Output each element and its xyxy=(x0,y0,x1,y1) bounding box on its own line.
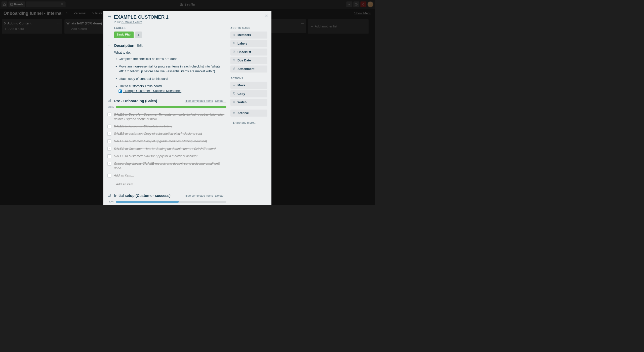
svg-rect-17 xyxy=(108,194,110,196)
checkbox[interactable]: ✓ xyxy=(107,113,111,116)
labels-button[interactable]: Labels xyxy=(230,40,267,47)
checkbox[interactable]: ✓ xyxy=(107,124,111,128)
description-heading: Description xyxy=(114,43,134,48)
attachment-button[interactable]: Attachment xyxy=(230,65,267,73)
share-link[interactable]: Share and more… xyxy=(230,121,267,124)
watch-button[interactable]: Watch xyxy=(230,99,267,106)
checklist-icon xyxy=(232,50,236,54)
checklist-title[interactable]: Initial setup (Customer success) xyxy=(114,194,171,198)
checklist-item[interactable]: ✓SALES to Customer: How to: Setting up d… xyxy=(107,145,226,153)
add-checklist-item-input[interactable]: Add an item… xyxy=(114,182,226,186)
checklist-item[interactable]: ✓SALES to Accounts: CC details for billi… xyxy=(107,123,226,130)
close-icon xyxy=(264,14,268,18)
progress-percent: 57% xyxy=(107,200,113,203)
checklist-item[interactable]: ✓SALES to customer: Copy of upgrade modu… xyxy=(107,138,226,145)
label-icon xyxy=(232,42,236,45)
delete-checklist-link[interactable]: Delete… xyxy=(215,194,226,197)
in-list-link[interactable]: 2. Make it yours xyxy=(122,20,142,24)
svg-point-23 xyxy=(234,102,234,102)
edit-description-link[interactable]: Edit xyxy=(137,44,142,47)
desc-bullet: attach copy of contract to this card xyxy=(118,76,226,81)
due-date-button[interactable]: Due Date xyxy=(230,57,267,64)
checkbox[interactable]: ✓ xyxy=(107,147,111,151)
copy-icon xyxy=(232,92,236,95)
archive-icon xyxy=(232,111,236,115)
add-label-button[interactable]: ＋ xyxy=(135,31,142,38)
plus-icon: ＋ xyxy=(137,32,140,37)
trello-board-icon xyxy=(118,90,122,93)
svg-rect-22 xyxy=(234,93,235,94)
attachment-icon xyxy=(232,67,236,71)
checkbox[interactable] xyxy=(107,174,111,178)
checklist-icon xyxy=(107,193,111,198)
hide-completed-link[interactable]: Hide completed items xyxy=(185,99,213,102)
archive-button[interactable]: Archive xyxy=(230,110,267,117)
checklist-title[interactable]: Pre - Onboarding (Sales) xyxy=(114,99,157,103)
card-title[interactable]: EXAMPLE CUSTOMER 1 xyxy=(114,14,169,20)
hide-completed-link[interactable]: Hide completed items xyxy=(185,194,213,197)
svg-rect-24 xyxy=(233,112,235,113)
add-to-card-heading: ADD TO CARD xyxy=(230,27,267,30)
desc-bullet: Link to customers Trello board Example C… xyxy=(118,84,226,93)
checklist-progress: 100% xyxy=(107,105,226,109)
labels-heading: LABELS xyxy=(114,27,226,30)
members-button[interactable]: Members xyxy=(230,31,267,39)
checklist-item[interactable]: Add an item… xyxy=(107,172,226,180)
modal-overlay[interactable]: EXAMPLE CUSTOMER 1 in list 2. Make it yo… xyxy=(0,0,375,205)
label-chip[interactable]: Basic Plan xyxy=(114,31,134,38)
svg-rect-16 xyxy=(108,99,110,101)
progress-fill xyxy=(116,106,226,108)
close-button[interactable] xyxy=(264,14,268,19)
desc-bullet: Move any non-essential for progress item… xyxy=(118,64,226,74)
checklist-item[interactable]: ✓SALES to customer: How to: Apply for a … xyxy=(107,153,226,160)
desc-bullet: Complete the checklist as items are done xyxy=(118,56,226,61)
checklist-item[interactable]: ✓SALES to Dev: New Customer Template com… xyxy=(107,111,226,123)
checkbox[interactable]: ✓ xyxy=(107,162,111,165)
checklist-item[interactable]: ✓SALES to customer: Copy of subscription… xyxy=(107,130,226,138)
checklist-progress: 57% xyxy=(107,200,226,203)
delete-checklist-link[interactable]: Delete… xyxy=(215,99,226,102)
checkbox[interactable]: ✓ xyxy=(107,132,111,136)
checklist-button[interactable]: Checklist xyxy=(230,49,267,56)
in-list-label: in list 2. Make it yours xyxy=(114,20,169,24)
progress-fill xyxy=(116,201,179,203)
move-button[interactable]: →Move xyxy=(230,82,267,89)
members-icon xyxy=(232,33,236,37)
svg-rect-11 xyxy=(108,16,111,18)
checklist-item[interactable]: ✓Onboarding checks CNAME records and doe… xyxy=(107,160,226,172)
description-body[interactable]: What to do: Complete the checklist as it… xyxy=(114,50,226,93)
progress-percent: 100% xyxy=(107,105,113,109)
description-icon xyxy=(107,43,111,48)
actions-heading: ACTIONS xyxy=(230,77,267,80)
checkbox[interactable]: ✓ xyxy=(107,154,111,158)
copy-button[interactable]: Copy xyxy=(230,90,267,97)
svg-rect-20 xyxy=(233,51,235,53)
clock-icon xyxy=(232,59,236,62)
card-icon xyxy=(107,14,111,24)
card-detail-modal: EXAMPLE CUSTOMER 1 in list 2. Make it yo… xyxy=(103,11,271,205)
arrow-right-icon: → xyxy=(232,84,236,87)
checkbox[interactable]: ✓ xyxy=(107,139,111,143)
eye-icon xyxy=(232,100,236,104)
svg-point-18 xyxy=(234,34,234,34)
svg-point-19 xyxy=(233,43,234,43)
checklist-icon xyxy=(107,99,111,103)
linked-board-link[interactable]: Example Customer - Success Milestones xyxy=(123,89,181,93)
